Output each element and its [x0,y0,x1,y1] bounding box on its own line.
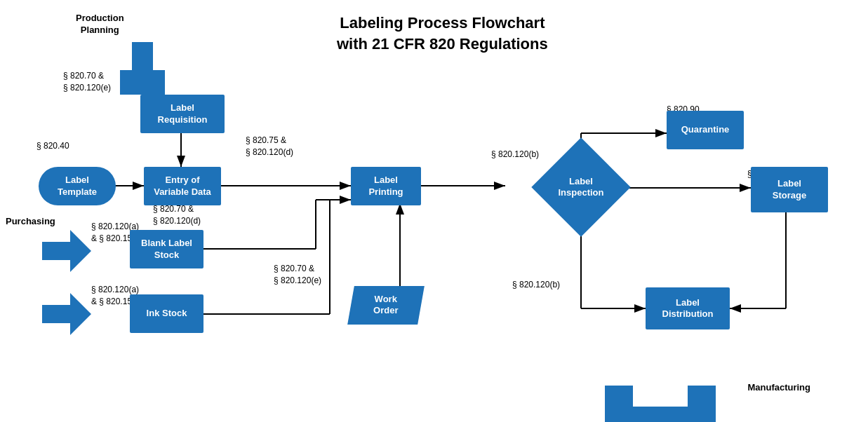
box-ink-stock: Ink Stock [130,294,203,333]
box-label-inspection: LabelInspection [542,149,620,226]
box-label-requisition: LabelRequisition [140,95,225,133]
reg-label-2: § 820.40 [36,140,69,152]
arrows-svg [0,0,868,422]
svg-marker-1 [42,230,91,272]
reg-label-8: § 820.120(b) [491,149,539,161]
box-blank-label-stock: Blank LabelStock [130,230,203,268]
reg-label-7: § 820.70 &§ 820.120(e) [274,263,321,287]
page-title: Labeling Process Flowchart with 21 CFR 8… [337,13,548,54]
section-label-production-planning: ProductionPlanning [76,13,124,36]
reg-label-11: § 820.120(b) [512,279,560,291]
box-work-order: WorkOrder [347,286,425,325]
svg-marker-3 [605,386,716,422]
svg-marker-2 [42,293,91,335]
section-label-manufacturing: Manufacturing [747,382,810,393]
reg-label-1: § 820.70 &§ 820.120(e) [63,70,111,94]
svg-marker-0 [120,42,165,95]
box-label-distribution: LabelDistribution [646,287,730,329]
box-label-storage: LabelStorage [751,167,828,212]
diagram-container: Labeling Process Flowchart with 21 CFR 8… [0,0,868,422]
box-label-template: LabelTemplate [39,167,116,205]
box-label-printing: LabelPrinting [351,167,421,205]
reg-label-3: § 820.75 &§ 820.120(d) [246,135,293,158]
reg-label-4: § 820.70 &§ 820.120(d) [153,203,201,227]
section-label-purchasing: Purchasing [6,216,55,228]
title-line2: with 21 CFR 820 Regulations [337,35,548,53]
box-quarantine: Quarantine [667,111,744,149]
box-entry-variable-data: Entry ofVariable Data [144,167,221,205]
title-line1: Labeling Process Flowchart [340,14,545,32]
